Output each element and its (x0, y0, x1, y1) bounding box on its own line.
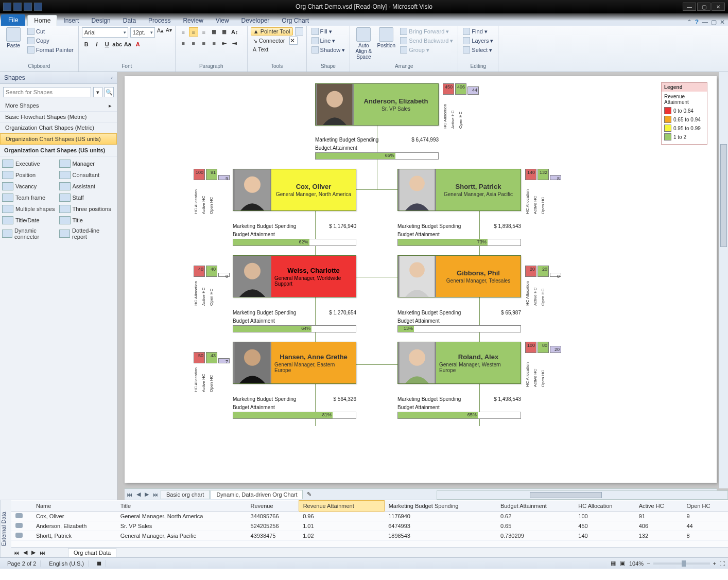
col-header[interactable]: Budget Attainment (496, 501, 574, 512)
scrollbar-thumb[interactable] (530, 492, 602, 498)
minimize-ribbon-icon[interactable]: ⌃ (687, 19, 692, 26)
connector[interactable] (377, 126, 377, 167)
drawing-page[interactable]: Legend Revenue Attainment 0 to 0.64 0.65… (125, 76, 717, 483)
dropdown-icon[interactable]: ▾ (93, 87, 102, 97)
data-row[interactable]: Cox, OliverGeneral Manager, North Americ… (11, 512, 728, 521)
pointer-tool-button[interactable]: ▲Pointer Tool (251, 27, 293, 36)
stencil-item[interactable]: Team frame (2, 194, 58, 202)
underline-button[interactable]: U (102, 40, 112, 49)
freeform-tool-button[interactable]: ✕ (289, 37, 298, 45)
decrease-font-icon[interactable]: A▾ (166, 27, 172, 38)
indent-inc-button[interactable]: ⇥ (230, 39, 239, 48)
data-nav-last-icon[interactable]: ⏭ (38, 550, 47, 556)
tab-insert[interactable]: Insert (57, 15, 85, 26)
stencil-item[interactable]: Vacancy (2, 182, 58, 190)
data-cell[interactable]: Cox, Oliver (32, 512, 116, 521)
sheet-nav-first-icon[interactable]: ⏮ (125, 491, 134, 498)
data-cell[interactable]: 0.730209 (496, 531, 574, 541)
org-card-shortt[interactable]: Shortt, PatrickGeneral Manager, Asia Pac… (397, 169, 521, 211)
justify-button[interactable]: ≡ (210, 39, 219, 48)
select-button[interactable]: Select ▾ (461, 46, 495, 54)
stencil-item[interactable]: Dynamic connector (2, 227, 58, 240)
sheet-nav-prev-icon[interactable]: ◀ (134, 491, 143, 498)
col-header[interactable]: Revenue (247, 501, 299, 512)
macro-record-icon[interactable]: ◼ (93, 560, 106, 567)
window-close-icon[interactable]: ✕ (720, 19, 725, 26)
stencil-item[interactable]: Three positions (59, 205, 115, 213)
data-cell[interactable]: 450 (574, 521, 634, 531)
connector[interactable] (377, 167, 377, 189)
align-left-button[interactable]: ≡ (179, 39, 188, 48)
col-header[interactable]: Active HC (635, 501, 683, 512)
data-cell[interactable]: Sr. VP Sales (116, 521, 247, 531)
collapse-icon[interactable]: ‹ (111, 75, 113, 81)
tab-view[interactable]: View (210, 15, 235, 26)
strike-button[interactable]: abc (113, 40, 122, 49)
stencil-item[interactable]: Assistant (59, 182, 115, 190)
zoom-in-icon[interactable]: + (713, 560, 716, 567)
stencil-category-selected[interactable]: Organization Chart Shapes (US units) (0, 133, 117, 145)
shapes-pane-header[interactable]: Shapes‹ (0, 72, 117, 84)
vertical-scrollbar[interactable] (719, 72, 728, 488)
fit-page-icon[interactable]: ⛶ (719, 560, 725, 567)
tab-orgchart[interactable]: Org Chart (275, 15, 315, 26)
data-cell[interactable]: 132 (635, 531, 683, 541)
italic-button[interactable]: I (92, 40, 101, 49)
stencil-item[interactable]: Position (2, 171, 58, 179)
layers-button[interactable]: Layers ▾ (461, 37, 495, 45)
window-min-icon[interactable]: — (702, 19, 708, 26)
font-size-combo[interactable]: 12pt. (130, 27, 155, 38)
sheet-nav-last-icon[interactable]: ⏭ (151, 491, 161, 498)
zoom-slider-thumb[interactable] (682, 560, 686, 567)
help-icon[interactable]: ? (695, 19, 699, 26)
data-cell[interactable]: 406 (635, 521, 683, 531)
data-cell[interactable]: 91 (635, 512, 683, 521)
col-header[interactable]: HC Allocation (574, 501, 634, 512)
data-cell[interactable]: 44 (682, 521, 728, 531)
font-color-button[interactable]: A (133, 40, 143, 49)
stencil-item[interactable]: Dotted-line report (59, 227, 115, 240)
tab-process[interactable]: Process (142, 15, 177, 26)
data-cell[interactable]: General Manager, Asia Pacific (116, 531, 247, 541)
stencil-item[interactable]: Executive (2, 160, 58, 168)
tab-design[interactable]: Design (85, 15, 116, 26)
col-header[interactable]: Name (32, 501, 116, 512)
data-cell[interactable]: 0.96 (299, 512, 384, 521)
numbers-button[interactable]: ≣ (220, 27, 229, 37)
font-family-combo[interactable]: Arial (82, 27, 128, 38)
data-cell[interactable]: 8 (682, 531, 728, 541)
rect-tool-button[interactable] (295, 27, 303, 36)
format-painter-button[interactable]: Format Painter (26, 46, 75, 54)
zoom-out-icon[interactable]: − (647, 560, 650, 567)
fill-button[interactable]: Fill ▾ (310, 27, 347, 36)
position-button[interactable]: Position (376, 27, 396, 48)
bullets-button[interactable]: ≣ (210, 27, 219, 37)
line-button[interactable]: Line ▾ (310, 37, 347, 45)
page-indicator[interactable]: Page 2 of 2 (3, 560, 41, 567)
col-header[interactable]: Open HC (682, 501, 728, 512)
data-cell[interactable]: 524205256 (247, 521, 299, 531)
data-cell[interactable]: 9 (682, 512, 728, 521)
stencil-item[interactable]: Manager (59, 160, 115, 168)
language-indicator[interactable]: English (U.S.) (45, 560, 89, 567)
data-cell[interactable]: 0.62 (496, 512, 574, 521)
tab-data[interactable]: Data (117, 15, 142, 26)
stencil-category[interactable]: Organization Chart Shapes (Metric) (0, 122, 117, 133)
org-card-hansen[interactable]: Hansen, Anne GretheGeneral Manager, East… (233, 342, 356, 384)
org-card-roland[interactable]: Roland, AlexGeneral Manager, Western Eur… (397, 342, 521, 384)
external-data-grid[interactable]: Name Title Revenue Revenue Attainment Ma… (11, 500, 728, 541)
tab-developer[interactable]: Developer (235, 15, 276, 26)
data-row[interactable]: Anderson, ElizabethSr. VP Sales524205256… (11, 521, 728, 531)
org-card-cox[interactable]: Cox, OliverGeneral Manager, North Americ… (233, 169, 356, 211)
copy-button[interactable]: Copy (26, 37, 75, 45)
group-button[interactable]: Group ▾ (398, 46, 455, 54)
data-row[interactable]: Shortt, PatrickGeneral Manager, Asia Pac… (11, 531, 728, 541)
align-mid-button[interactable]: ≡ (189, 27, 198, 37)
col-header-selected[interactable]: Revenue Attainment (299, 501, 384, 512)
data-nav-first-icon[interactable]: ⏮ (11, 550, 21, 556)
zoom-slider[interactable] (653, 563, 710, 565)
bold-button[interactable]: B (82, 40, 91, 49)
data-cell[interactable]: 1.01 (299, 521, 384, 531)
data-cell[interactable]: 1176940 (384, 512, 496, 521)
sheet-tab-active[interactable]: Dynamic, Data-driven Org Chart (211, 490, 303, 499)
